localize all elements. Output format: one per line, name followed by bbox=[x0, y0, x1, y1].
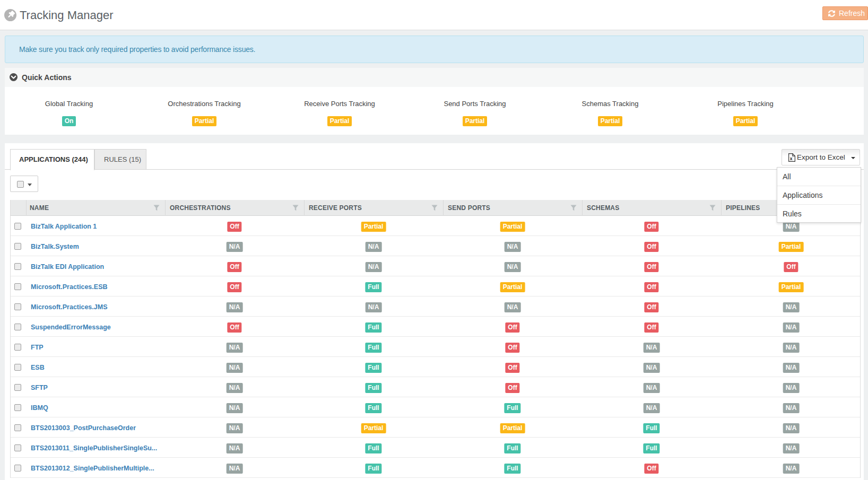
svg-text:x: x bbox=[790, 156, 793, 161]
